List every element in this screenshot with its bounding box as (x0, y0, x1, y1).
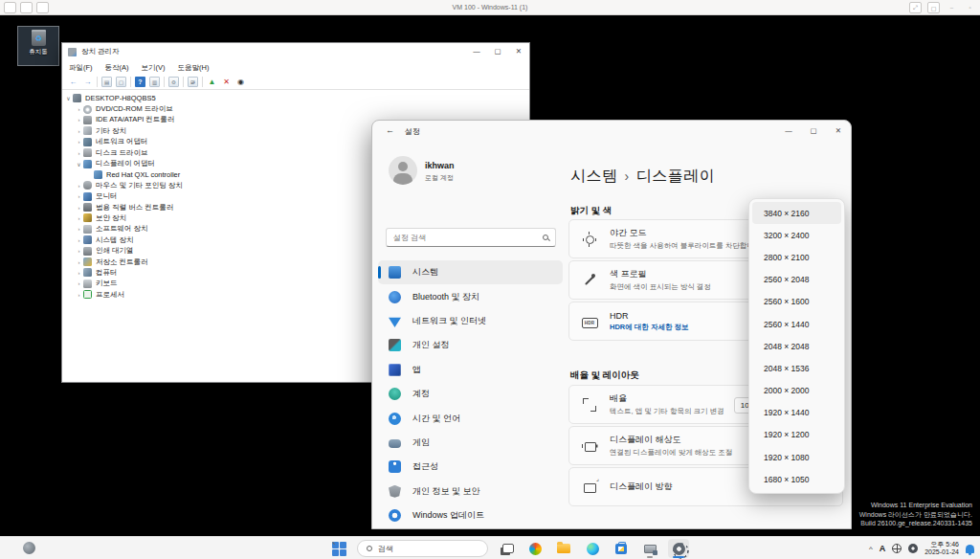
sidebar-nav-item[interactable]: Windows 업데이트 (378, 503, 563, 527)
sidebar-nav-item[interactable]: 접근성 (378, 455, 563, 479)
store-button[interactable] (611, 539, 632, 558)
help-icon[interactable]: ? (135, 77, 145, 87)
maximize-button[interactable]: ▢ (801, 121, 826, 140)
task-view-button[interactable] (496, 539, 517, 558)
resolution-option[interactable]: 2560 × 1440 (752, 313, 841, 335)
expander-icon[interactable]: › (75, 248, 83, 254)
sidebar-nav-item[interactable]: 시간 및 언어 (378, 406, 563, 430)
sidebar-nav-item[interactable]: 앱 (378, 358, 563, 382)
avatar[interactable] (389, 156, 417, 185)
section-heading-brightness: 밝기 및 색 (570, 205, 612, 217)
tree-item-label: 디스플레이 어댑터 (96, 159, 155, 168)
resolution-option[interactable]: 1920 × 1440 (752, 402, 841, 424)
close-button[interactable]: ✕ (508, 43, 529, 58)
expander-icon[interactable]: › (75, 270, 83, 276)
copilot-icon (529, 543, 542, 555)
expander-icon[interactable]: › (75, 139, 83, 145)
edge-button[interactable] (582, 539, 603, 558)
resolution-option[interactable]: 2000 × 2000 (752, 380, 841, 402)
settings-taskbar-button[interactable] (668, 539, 689, 558)
close-button[interactable]: ✕ (826, 121, 851, 140)
update-driver-icon[interactable]: ⚙ (168, 77, 179, 87)
resolution-option[interactable]: 2800 × 2100 (752, 246, 841, 268)
menu-item[interactable]: 도움말(H) (178, 63, 210, 73)
menu-item[interactable]: 파일(F) (69, 63, 93, 73)
vm-restore-icon[interactable]: ▫ (964, 2, 976, 13)
taskbar-search[interactable]: 검색 (357, 540, 488, 557)
maximize-button[interactable]: ▢ (487, 43, 508, 58)
sidebar-nav-item[interactable]: 게임 (378, 431, 563, 455)
card-link[interactable]: HDR에 대한 자세한 정보 (610, 323, 689, 332)
tree-item[interactable]: ∨ DESKTOP-H8QQBS5 (62, 93, 529, 103)
device-manager-taskbar-button[interactable] (639, 539, 660, 558)
expander-icon[interactable]: ∨ (75, 161, 83, 168)
remote-screen-icon[interactable]: 🖳 (188, 77, 198, 87)
expander-icon[interactable]: › (75, 128, 83, 134)
properties-icon[interactable]: ▢ (116, 77, 126, 87)
forward-icon[interactable]: → (82, 77, 93, 87)
sidebar-nav-item[interactable]: 개인 설정 (378, 333, 563, 357)
console-window-icon[interactable]: ▤ (101, 77, 112, 87)
tray-chevron-icon[interactable]: ^ (869, 545, 873, 553)
driver-update-icon[interactable]: ▲ (207, 77, 217, 87)
card-title: 배율 (610, 392, 724, 405)
resolution-option[interactable]: 1680 × 1050 (752, 468, 841, 490)
resolution-option[interactable]: 3200 × 2400 (752, 224, 841, 246)
minimize-button[interactable]: — (466, 43, 487, 58)
expander-icon[interactable]: › (75, 259, 83, 265)
expander-icon[interactable]: › (75, 215, 83, 221)
search-input[interactable] (393, 230, 537, 245)
expander-icon[interactable]: › (75, 205, 83, 211)
expander-icon[interactable]: › (75, 183, 83, 189)
resolution-option[interactable]: 3840 × 2160 (752, 202, 841, 224)
vm-fullscreen-icon[interactable]: ⤢ (909, 2, 922, 13)
settings-search-box[interactable] (386, 228, 556, 247)
menu-item[interactable]: 동작(A) (105, 63, 129, 73)
expander-icon[interactable]: › (75, 280, 83, 286)
expander-icon[interactable]: › (75, 150, 83, 156)
expander-icon[interactable]: › (75, 237, 83, 243)
resolution-option[interactable]: 2560 × 2048 (752, 269, 841, 291)
resolution-option[interactable]: 2560 × 1600 (752, 291, 841, 313)
copilot-button[interactable] (524, 539, 546, 558)
menu-item[interactable]: 보기(V) (142, 63, 166, 73)
expander-icon[interactable]: › (75, 117, 83, 123)
vm-minimize-icon[interactable]: – (946, 2, 958, 13)
file-explorer-button[interactable] (553, 539, 574, 558)
widgets-weather-icon[interactable] (23, 542, 35, 554)
notification-bell-icon[interactable] (966, 545, 974, 553)
sidebar-nav-item[interactable]: 시스템 (378, 260, 563, 284)
back-arrow-icon[interactable]: ← (386, 125, 394, 135)
expander-icon[interactable]: › (75, 226, 83, 232)
ime-indicator[interactable]: A (880, 544, 886, 553)
device-manager-titlebar[interactable]: 장치 관리자 — ▢ ✕ (62, 43, 529, 60)
expander-icon[interactable]: ∨ (64, 95, 73, 101)
resolution-option[interactable]: 1920 × 1200 (752, 424, 841, 446)
minimize-button[interactable]: — (776, 121, 801, 140)
uninstall-device-icon[interactable]: ✕ (221, 77, 232, 87)
tree-item[interactable]: › DVD/CD-ROM 드라이브 (62, 103, 529, 114)
clock[interactable]: 오후 5:46 2025-01-24 (924, 541, 959, 557)
back-icon[interactable]: ← (68, 77, 78, 87)
device-list-icon[interactable]: ▥ (149, 77, 160, 87)
expander-icon[interactable]: › (75, 193, 83, 199)
expander-icon[interactable]: › (75, 106, 83, 112)
vm-monitor-icon[interactable]: ▢ (927, 2, 940, 13)
expander-icon[interactable]: › (75, 292, 83, 298)
sidebar-nav-item[interactable]: Bluetooth 및 장치 (378, 284, 563, 308)
sidebar-nav-item[interactable]: 개인 정보 및 보안 (378, 480, 563, 503)
sidebar-nav-item[interactable]: 네트워크 및 인터넷 (378, 309, 563, 333)
sidebar-nav-item[interactable]: 계정 (378, 382, 563, 406)
network-globe-icon[interactable] (892, 544, 902, 553)
resolution-option[interactable]: 2048 × 1536 (752, 357, 841, 379)
resolution-option[interactable]: 1920 × 1080 (752, 446, 841, 468)
device-icon (94, 170, 102, 179)
breadcrumb-root[interactable]: 시스템 (570, 168, 618, 184)
device-icon (83, 247, 92, 256)
resolution-option[interactable]: 2048 × 2048 (752, 335, 841, 357)
settings-titlebar[interactable]: ← 설정 — ▢ ✕ (372, 121, 851, 142)
recycle-bin[interactable]: ♻ 휴지통 (17, 26, 59, 66)
scan-hardware-icon[interactable]: ◉ (235, 77, 246, 87)
tray-time: 오후 5:46 (924, 541, 959, 549)
tray-settings-icon[interactable] (908, 544, 918, 553)
